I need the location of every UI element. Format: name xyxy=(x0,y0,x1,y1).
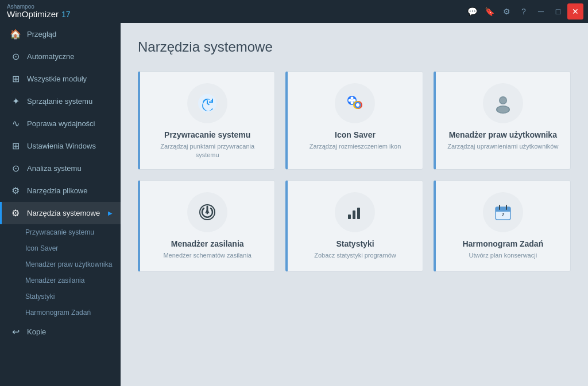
sidebar-item-automatyczne[interactable]: ⊙ Automatyczne xyxy=(0,45,121,68)
sidebar-sub-przywracanie[interactable]: Przywracanie systemu xyxy=(0,224,121,240)
card-statystyki[interactable]: Statystyki Zobacz statystyki programów xyxy=(285,180,423,272)
card-title-przywracanie-systemu: Przywracanie systemu xyxy=(164,130,250,139)
card-icon-menadzer-praw xyxy=(483,83,523,123)
sidebar-sub-statystyki[interactable]: Statystyki xyxy=(0,288,121,305)
svg-rect-17 xyxy=(353,210,355,219)
card-title-menadzer-praw: Menadżer praw użytkownika xyxy=(449,130,557,139)
card-desc-harmonogram: Utwórz plan konserwacji xyxy=(469,251,537,260)
card-icon-icon-saver xyxy=(335,83,375,123)
help-button[interactable]: ? xyxy=(516,3,532,20)
cards-grid: Przywracanie systemu Zarządzaj punktami … xyxy=(138,71,571,272)
svg-point-13 xyxy=(497,107,509,113)
analiza-icon: ⊙ xyxy=(10,163,21,174)
svg-point-5 xyxy=(353,99,356,102)
sidebar-sub-menadzer-zasilania[interactable]: Menadżer zasilania xyxy=(0,272,121,288)
sidebar-item-narzedzia-plikowe[interactable]: ⚙ Narzędzia plikowe xyxy=(0,180,121,202)
card-icon-przywracanie-systemu xyxy=(187,83,227,123)
sidebar-nav: 🏠 Przegląd ⊙ Automatyczne ⊞ Wszystkie mo… xyxy=(0,23,121,321)
svg-rect-18 xyxy=(357,208,360,219)
active-arrow: ▶ xyxy=(108,210,113,216)
card-przywracanie-systemu[interactable]: Przywracanie systemu Zarządzaj punktami … xyxy=(138,71,275,170)
svg-point-9 xyxy=(356,103,359,107)
card-desc-menadzer-praw: Zarządzaj uprawnieniami użytkowników xyxy=(447,142,558,151)
chat-button[interactable]: 💬 xyxy=(464,3,480,20)
wszystkie-moduly-icon: ⊞ xyxy=(10,73,21,84)
titlebar: Ashampoo WinOptimizer 17 💬 🔖 ⚙ ? ─ □ ✕ xyxy=(0,0,588,23)
card-harmonogram[interactable]: 7 Harmonogram Zadań Utwórz plan konserwa… xyxy=(434,180,571,272)
card-title-menadzer-zasilania: Menadżer zasilania xyxy=(171,239,244,248)
brand-version: 17 xyxy=(61,10,71,19)
sidebar-item-kopie[interactable]: ↩ Kopie xyxy=(0,321,121,343)
sprzatanie-label: Sprzątanie systemu xyxy=(27,97,92,106)
card-icon-statystyki xyxy=(335,192,375,232)
przeglad-label: Przegląd xyxy=(27,30,56,38)
card-title-harmonogram: Harmonogram Zadań xyxy=(462,239,543,248)
card-desc-statystyki: Zobacz statystyki programów xyxy=(314,251,396,260)
svg-rect-16 xyxy=(348,215,351,219)
narzedzia-plikowe-label: Narzędzia plikowe xyxy=(27,186,88,195)
card-menadzer-zasilania[interactable]: Menadżer zasilania Menedżer schematów za… xyxy=(138,180,275,272)
svg-point-4 xyxy=(349,99,351,102)
kopie-label: Kopie xyxy=(27,327,46,336)
sidebar-item-narzedzia-systemowe[interactable]: ⚙ Narzędzia systemowe ▶ xyxy=(0,202,121,224)
card-icon-saver[interactable]: Icon Saver Zarządzaj rozmieszczeniem iko… xyxy=(285,71,423,170)
minimize-button[interactable]: ─ xyxy=(533,3,549,20)
card-title-statystyki: Statystyki xyxy=(336,239,374,248)
kopie-icon: ↩ xyxy=(10,326,21,337)
ustawienia-icon: ⊞ xyxy=(10,141,21,151)
card-desc-menadzer-zasilania: Menedżer schematów zasilania xyxy=(163,251,251,260)
svg-point-2 xyxy=(351,97,354,100)
sidebar-item-sprzatanie[interactable]: ✦ Sprzątanie systemu xyxy=(0,90,121,112)
sprzatanie-icon: ✦ xyxy=(10,96,21,107)
app-body: 🏠 Przegląd ⊙ Automatyczne ⊞ Wszystkie mo… xyxy=(0,23,588,386)
settings-button[interactable]: ⚙ xyxy=(498,3,514,20)
card-desc-przywracanie-systemu: Zarządzaj punktami przywracania systemu xyxy=(149,142,265,160)
page-title: Narzędzia systemowe xyxy=(138,39,571,55)
ustawienia-label: Ustawienia Windows xyxy=(27,142,96,150)
narzedzia-systemowe-icon: ⚙ xyxy=(10,208,21,219)
sidebar-item-przeglad[interactable]: 🏠 Przegląd xyxy=(0,23,121,45)
sidebar-item-wszystkie-moduly[interactable]: ⊞ Wszystkie moduły xyxy=(0,68,121,90)
sidebar-sub-harmonogram[interactable]: Harmonogram Zadań xyxy=(0,305,121,321)
sidebar: 🏠 Przegląd ⊙ Automatyczne ⊞ Wszystkie mo… xyxy=(0,23,121,386)
brand-name: WinOptimizer xyxy=(7,10,59,20)
brand-text: Ashampoo WinOptimizer 17 xyxy=(7,3,71,20)
card-title-icon-saver: Icon Saver xyxy=(335,130,376,139)
poprawa-icon: ∿ xyxy=(10,118,21,129)
narzedzia-systemowe-label: Narzędzia systemowe xyxy=(27,209,100,217)
titlebar-controls: 💬 🔖 ⚙ ? ─ □ ✕ xyxy=(464,3,583,20)
sidebar-sub-icon-saver[interactable]: Icon Saver xyxy=(0,240,121,256)
wszystkie-moduly-label: Wszystkie moduły xyxy=(27,75,87,83)
card-icon-harmonogram: 7 xyxy=(483,192,523,232)
narzedzia-plikowe-icon: ⚙ xyxy=(10,185,21,196)
automatyczne-label: Automatyczne xyxy=(27,52,74,61)
sidebar-item-poprawa[interactable]: ∿ Poprawa wydajności xyxy=(0,112,121,135)
automatyczne-icon: ⊙ xyxy=(10,51,21,62)
svg-point-3 xyxy=(351,102,354,104)
analiza-label: Analiza systemu xyxy=(27,164,82,173)
card-icon-menadzer-zasilania xyxy=(187,192,227,232)
main-content: Narzędzia systemowe Przywracanie systemu… xyxy=(121,23,588,386)
titlebar-brand-area: Ashampoo WinOptimizer 17 xyxy=(7,3,71,20)
bookmark-button[interactable]: 🔖 xyxy=(481,3,497,20)
close-button[interactable]: ✕ xyxy=(567,3,583,20)
sidebar-item-analiza[interactable]: ⊙ Analiza systemu xyxy=(0,157,121,180)
card-desc-icon-saver: Zarządzaj rozmieszczeniem ikon xyxy=(310,142,401,151)
poprawa-label: Poprawa wydajności xyxy=(27,119,95,128)
sidebar-item-ustawienia[interactable]: ⊞ Ustawienia Windows xyxy=(0,135,121,157)
svg-text:7: 7 xyxy=(501,212,504,217)
maximize-button[interactable]: □ xyxy=(550,3,566,20)
card-menadzer-praw[interactable]: Menadżer praw użytkownika Zarządzaj upra… xyxy=(434,71,571,170)
sidebar-sub-menadzer-praw[interactable]: Menadżer praw użytkownika xyxy=(0,256,121,272)
svg-point-12 xyxy=(500,98,506,104)
przeglad-icon: 🏠 xyxy=(10,29,21,40)
